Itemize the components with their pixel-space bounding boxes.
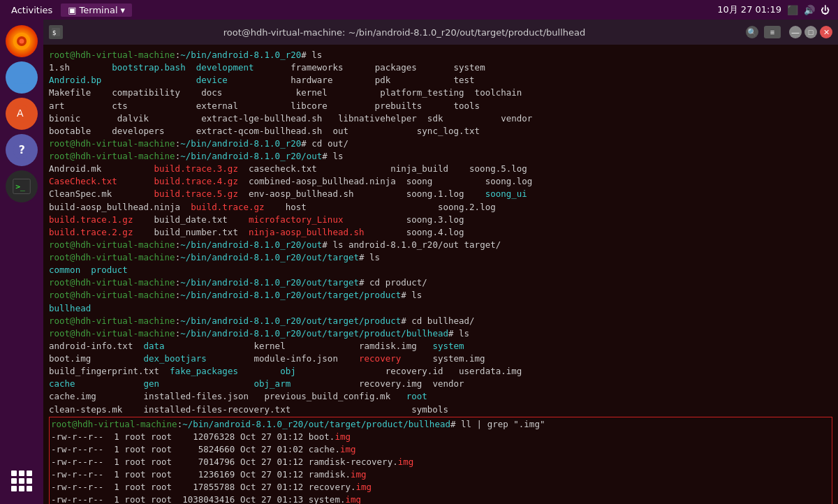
terminal-line: clean-steps.mk installed-files-recovery.…: [49, 403, 832, 416]
sidebar-item-terminal[interactable]: >_: [6, 170, 38, 202]
search-button[interactable]: 🔍: [746, 26, 758, 38]
terminal-titlebar: $ root@hdh-virtual-machine: ~/bin/androi…: [43, 20, 838, 45]
title-icon: $: [49, 25, 63, 39]
terminal-line: CleanSpec.mk build.trace.5.gz env-aosp_b…: [49, 188, 832, 200]
terminal-line: art cts external libcore prebuilts tools: [49, 100, 832, 112]
minimize-button[interactable]: —: [789, 26, 802, 38]
terminal-line: root@hdh-virtual-machine:~/bin/android-8…: [49, 289, 832, 302]
terminal-line: root@hdh-virtual-machine:~/bin/android-8…: [49, 49, 832, 61]
terminal-line: common product: [49, 264, 832, 276]
datetime-display: 10月 27 01:19: [717, 3, 781, 16]
terminal-line: root@hdh-virtual-machine:~/bin/android-8…: [49, 150, 832, 163]
terminal-line: root@hdh-virtual-machine:~/bin/android-8…: [49, 251, 832, 264]
terminal-line: build.trace.1.gz build_date.txt microfac…: [49, 214, 832, 226]
svg-text:>_: >_: [15, 181, 25, 191]
terminal-line: root@hdh-virtual-machine:~/bin/android-8…: [49, 138, 832, 150]
terminal-content[interactable]: root@hdh-virtual-machine:~/bin/android-8…: [43, 45, 838, 504]
terminal-icon: ▣: [68, 5, 76, 15]
terminal-line: root@hdh-virtual-machine:~/bin/android-8…: [49, 276, 832, 289]
terminal-line: root@hdh-virtual-machine:~/bin/android-8…: [49, 239, 832, 251]
sidebar-item-files[interactable]: [6, 61, 38, 94]
taskbar: Activities ▣ Terminal ▾ 10月 27 01:19 ⬛ 🔊…: [0, 0, 838, 20]
sidebar-apps-grid[interactable]: [6, 465, 38, 497]
taskbar-right: 10月 27 01:19 ⬛ 🔊 ⏻: [709, 3, 838, 16]
terminal-line: -rw-r--r-- 1 root root 1038043416 Oct 27…: [51, 494, 830, 504]
terminal-line: bionic dalvik extract-lge-bullhead.sh li…: [49, 112, 832, 125]
svg-text:?: ?: [19, 143, 25, 156]
terminal-line: build-aosp_bullhead.ninja build.trace.gz…: [49, 201, 832, 214]
volume-icon: 🔊: [804, 5, 815, 15]
svg-point-2: [20, 39, 24, 44]
close-button[interactable]: ✕: [820, 26, 832, 38]
sidebar-item-help[interactable]: ?: [6, 134, 38, 166]
taskbar-left: Activities ▣ Terminal ▾: [0, 3, 138, 17]
svg-text:$: $: [52, 29, 57, 36]
terminal-line: root@hdh-virtual-machine:~/bin/android-8…: [49, 315, 832, 327]
terminal-line: CaseCheck.txt build.trace.4.gz combined-…: [49, 175, 832, 188]
svg-text:A: A: [17, 108, 24, 119]
terminal-tab[interactable]: ▣ Terminal ▾: [61, 3, 132, 17]
network-icon: ⬛: [787, 5, 798, 15]
terminal-line: bullhead: [49, 302, 832, 315]
terminal-window: $ root@hdh-virtual-machine: ~/bin/androi…: [43, 20, 838, 504]
sidebar: A ? >_: [0, 20, 43, 504]
terminal-line: build.trace.2.gz build_number.txt ninja-…: [49, 226, 832, 239]
terminal-line: -rw-r--r-- 1 root root 7014796 Oct 27 01…: [51, 456, 830, 468]
terminal-line: Makefile compatibility docs kernel platf…: [49, 87, 832, 99]
terminal-line: cache gen obj_arm recovery.img vendor: [49, 378, 832, 390]
power-icon: ⏻: [821, 5, 830, 15]
sidebar-item-firefox[interactable]: [6, 25, 38, 57]
terminal-tab-label: Terminal: [80, 5, 118, 15]
terminal-line: -rw-r--r-- 1 root root 12076328 Oct 27 0…: [51, 431, 830, 443]
menu-button[interactable]: ≡: [764, 26, 781, 38]
activities-button[interactable]: Activities: [6, 3, 58, 17]
svg-rect-3: [15, 73, 29, 84]
terminal-line: android-info.txt data kernel ramdisk.img…: [49, 340, 832, 353]
terminal-line: -rw-r--r-- 1 root root 5824660 Oct 27 01…: [51, 443, 830, 456]
highlighted-section: root@hdh-virtual-machine:~/bin/android-8…: [49, 417, 832, 504]
sidebar-item-appstore[interactable]: A: [6, 98, 38, 130]
terminal-line: -rw-r--r-- 1 root root 17855788 Oct 27 0…: [51, 481, 830, 494]
terminal-line: cache.img installed-files.json previous_…: [49, 390, 832, 403]
terminal-tab-arrow: ▾: [121, 5, 126, 15]
terminal-line: Android.bp device hardware pdk test: [49, 74, 832, 87]
terminal-line: Android.mk build.trace.3.gz casecheck.tx…: [49, 163, 832, 175]
terminal-line: build_fingerprint.txt fake_packages obj …: [49, 365, 832, 378]
terminal-line: 1.sh bootstrap.bash development framewor…: [49, 61, 832, 74]
terminal-line: boot.img dex_bootjars module-info.json r…: [49, 353, 832, 365]
terminal-line: bootable developers extract-qcom-bullhea…: [49, 125, 832, 138]
window-title: root@hdh-virtual-machine: ~/bin/android-…: [66, 27, 743, 38]
terminal-line: root@hdh-virtual-machine:~/bin/android-8…: [51, 418, 830, 431]
terminal-line: -rw-r--r-- 1 root root 1236169 Oct 27 01…: [51, 468, 830, 481]
terminal-line: root@hdh-virtual-machine:~/bin/android-8…: [49, 327, 832, 340]
maximize-button[interactable]: □: [804, 26, 817, 38]
